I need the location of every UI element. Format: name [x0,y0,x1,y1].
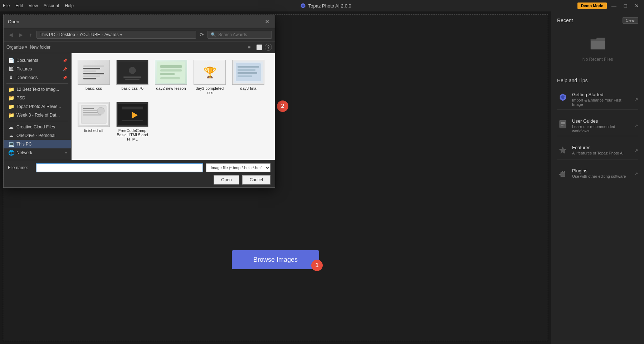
dialog-sidebar: 📄 Documents 📌 🖼 Pictures 📌 ⬇ Downloads 📌 [4,53,72,160]
organize-button[interactable]: Organize ▾ [6,45,27,50]
sidebar-item-network[interactable]: 🌐 Network ▾ [4,148,71,157]
file-name-finished-off: finished-off [84,128,103,133]
dialog-toolbar: Organize ▾ New folder ≡ ⬜ ? [4,41,275,53]
documents-icon: 📄 [8,58,14,63]
sidebar-item-topaz-review-label: Topaz Photo AI Revie... [16,104,61,109]
svg-rect-13 [238,66,259,68]
empty-folder-icon [589,36,606,54]
folder-icon-0: 📁 [8,87,14,92]
dialog-help-button[interactable]: ? [265,44,272,51]
filename-input[interactable] [36,163,203,172]
getting-started-text: Getting Started Import & Enhance Your Fi… [572,92,630,107]
title-bar-right: Demo Mode — □ ✕ [577,1,641,10]
svg-rect-21 [83,112,99,113]
dialog-close-button[interactable]: ✕ [263,18,270,25]
plugins-title: Plugins [572,168,630,173]
sidebar-item-12best-label: 12 Best Text to Imag... [16,87,59,92]
plugins-text: Plugins Use with other editing software [572,168,630,178]
breadcrumb-dropdown-button[interactable]: ▾ [120,33,122,37]
plugins-icon [557,168,569,180]
pictures-icon: 🖼 [8,66,14,72]
sidebar-item-week3[interactable]: 📁 Week 3 - Role of Dat... [4,111,71,119]
help-item-user-guides[interactable]: User Guides Learn our recommended workfl… [557,116,638,136]
nav-up-button[interactable]: ↑ [26,30,35,39]
creative-cloud-icon: ☁ [8,124,14,130]
external-link-icon-2: ↗ [634,148,638,153]
help-item-features[interactable]: Features All features of Topaz Photo AI … [557,142,638,159]
menu-view[interactable]: View [29,3,38,8]
file-item-basic-css[interactable]: basic-css [76,58,112,97]
help-item-plugins[interactable]: Plugins Use with other editing software … [557,165,638,182]
breadcrumb-awards[interactable]: Awards [104,32,119,37]
sidebar-item-documents-label: Documents [16,58,38,63]
nav-back-button[interactable]: ◀ [6,30,15,39]
sidebar-item-onedrive-label: OneDrive - Personal [16,133,55,138]
breadcrumb-this-pc[interactable]: This PC [40,32,55,37]
nav-forward-button[interactable]: ▶ [16,30,25,39]
sidebar-item-creative-cloud[interactable]: ☁ Creative Cloud Files [4,123,71,131]
minimize-button[interactable]: — [610,1,618,10]
features-icon [557,145,569,156]
breadcrumb-desktop[interactable]: Desktop [59,32,75,37]
menu-file[interactable]: File [3,3,10,8]
sidebar-item-this-pc[interactable]: 💻 This PC [4,140,71,148]
plugins-desc: Use with other editing software [572,174,630,178]
file-thumb-basic-css-70 [116,60,148,85]
sidebar-item-downloads-label: Downloads [16,75,38,80]
file-item-day3-completed[interactable]: 🏆 day3-completed-css [192,58,228,97]
sidebar-item-week3-label: Week 3 - Role of Dat... [16,113,60,118]
onedrive-icon: ☁ [8,133,14,138]
search-input[interactable] [218,32,268,37]
sidebar-item-documents[interactable]: 📄 Documents 📌 [4,56,71,65]
app-title-area: Topaz Photo AI 2.0.0 [300,3,351,9]
menu-account[interactable]: Account [44,3,59,8]
svg-rect-14 [238,69,255,71]
window-close-button[interactable]: ✕ [633,1,641,10]
this-pc-icon: 💻 [8,141,14,147]
dialog-nav: ◀ ▶ ↑ This PC › Desktop › YOUTUBE › Awar… [4,28,275,41]
filetype-select[interactable]: Image file (*.bmp *.heic *.heif *... [206,163,270,172]
external-link-icon-3: ↗ [634,171,638,177]
browse-images-button[interactable]: Browse Images [232,250,319,269]
sidebar-item-psd[interactable]: 📁 PSD [4,94,71,102]
clear-button[interactable]: Clear [623,17,638,24]
getting-started-desc: Import & Enhance Your First Image [572,98,630,107]
sidebar-item-topaz-review[interactable]: 📁 Topaz Photo AI Revie... [4,102,71,111]
file-item-day3-fina[interactable]: day3-fina [230,58,266,97]
new-folder-button[interactable]: New folder [30,45,50,50]
breadcrumb-youtube[interactable]: YOUTUBE [79,32,100,37]
demo-mode-button[interactable]: Demo Mode [577,3,607,9]
sidebar-item-12best[interactable]: 📁 12 Best Text to Imag... [4,85,71,94]
sidebar-item-pictures[interactable]: 🖼 Pictures 📌 [4,65,71,73]
pin-icon-2: 📌 [63,76,67,80]
cancel-button[interactable]: Cancel [242,175,270,185]
open-button[interactable]: Open [214,175,239,185]
refresh-button[interactable]: ⟳ [197,30,206,39]
file-item-basic-css-70[interactable]: basic-css-70 [114,58,150,97]
file-item-day2[interactable]: day2-new-lesson [153,58,189,97]
menu-help[interactable]: Help [65,3,74,8]
svg-rect-36 [562,171,563,172]
help-item-getting-started[interactable]: Getting Started Import & Enhance Your Fi… [557,89,638,110]
step-badge-2: 2 [277,100,288,112]
recent-section: Recent Clear [557,17,638,24]
maximize-button[interactable]: □ [621,1,630,10]
sidebar-item-pictures-label: Pictures [16,67,32,72]
file-thumb-day3-fina [232,60,264,85]
view-toggle-button[interactable]: ≡ [245,43,253,51]
app-title: Topaz Photo AI 2.0.0 [308,3,351,9]
svg-rect-32 [561,123,565,124]
sidebar-item-this-pc-label: This PC [16,142,32,147]
menu-edit[interactable]: Edit [15,3,23,8]
organize-arrow-icon: ▾ [25,45,27,50]
pane-toggle-button[interactable]: ⬜ [255,43,263,51]
features-title: Features [572,145,630,150]
user-guides-text: User Guides Learn our recommended workfl… [572,118,630,133]
sidebar-item-downloads[interactable]: ⬇ Downloads 📌 [4,73,71,82]
file-item-freecodecamp[interactable]: FreeCodeCamp Basic HTML5 and HTML [114,100,150,143]
user-guides-desc: Learn our recommended workflows [572,124,630,133]
svg-rect-15 [238,72,257,74]
sidebar-item-onedrive[interactable]: ☁ OneDrive - Personal [4,131,71,140]
file-item-finished-off[interactable]: finished-off [76,100,112,143]
svg-rect-22 [83,114,101,116]
